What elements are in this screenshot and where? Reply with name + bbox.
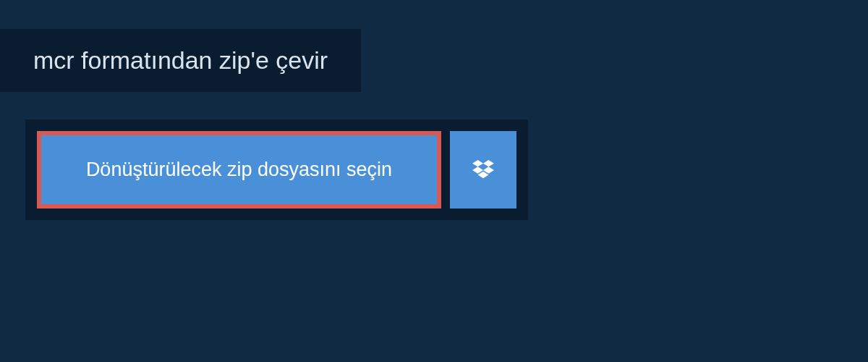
select-file-button[interactable]: Dönüştürülecek zip dosyasını seçin — [37, 131, 441, 209]
dropbox-icon — [472, 160, 494, 180]
page-title: mcr formatından zip'e çevir — [33, 46, 328, 74]
dropbox-button[interactable] — [450, 131, 516, 209]
select-file-label: Dönüştürülecek zip dosyasını seçin — [86, 159, 392, 181]
page-title-tab: mcr formatından zip'e çevir — [0, 29, 361, 92]
upload-panel: Dönüştürülecek zip dosyasını seçin — [25, 119, 528, 220]
